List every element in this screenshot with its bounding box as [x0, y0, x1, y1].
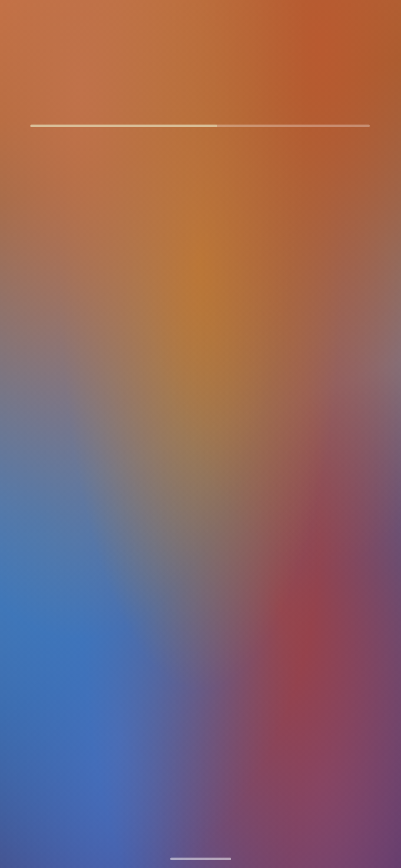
home-indicator[interactable] — [170, 858, 231, 860]
brightness-track[interactable] — [30, 125, 370, 127]
brightness-fill — [30, 125, 217, 127]
